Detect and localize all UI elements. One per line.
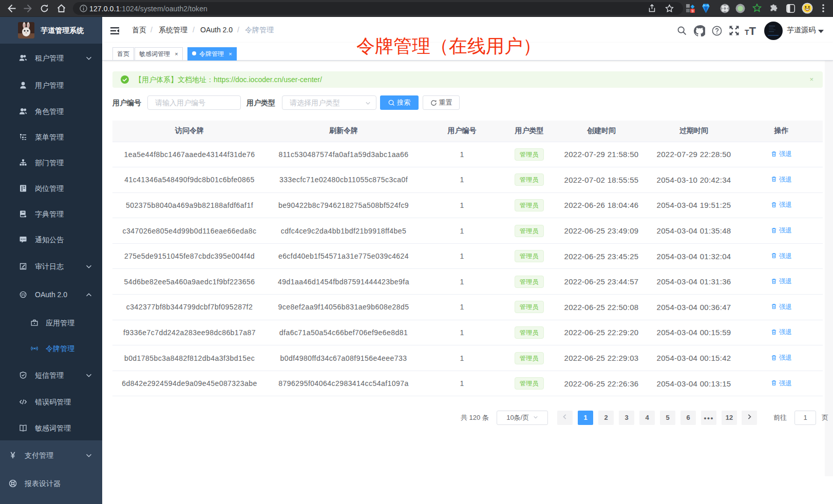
svg-text:9: 9: [691, 9, 693, 13]
